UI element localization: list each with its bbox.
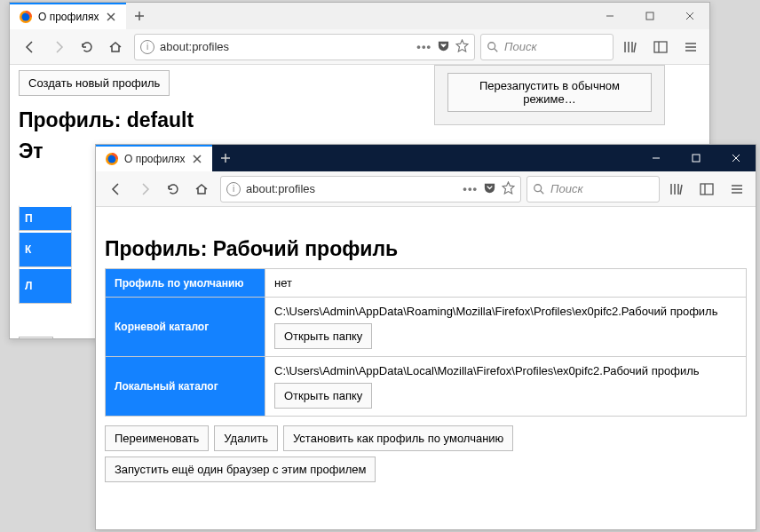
table-row: Профиль по умолчанию нет — [106, 269, 747, 298]
toolbar: i about:profiles ••• Поиск — [10, 29, 709, 65]
svg-rect-7 — [693, 155, 700, 162]
browser-tab[interactable]: О профилях — [10, 3, 126, 29]
open-folder-button[interactable]: Открыть папку — [274, 383, 372, 409]
create-profile-button[interactable]: Создать новый профиль — [19, 70, 170, 96]
svg-point-3 — [488, 42, 495, 49]
rename-button[interactable]: Переименовать — [105, 425, 209, 451]
tab-close-icon[interactable] — [105, 11, 117, 23]
row-value: C:\Users\Admin\AppData\Roaming\Mozilla\F… — [265, 298, 747, 357]
profile-heading: Профиль: Рабочий профиль — [105, 237, 747, 261]
url-text: about:profiles — [246, 182, 457, 195]
search-placeholder: Поиск — [550, 182, 583, 195]
svg-rect-9 — [701, 184, 713, 195]
svg-rect-2 — [646, 12, 653, 20]
profile-actions: Переименовать Удалить Установить как про… — [105, 425, 747, 451]
partial-table: П К Л — [19, 205, 72, 304]
table-row: Локальный каталог C:\Users\Admin\AppData… — [106, 357, 747, 417]
page-actions-icon[interactable]: ••• — [463, 182, 478, 195]
table-row-label: К — [19, 231, 72, 267]
row-label: Локальный каталог — [106, 357, 265, 417]
tab-close-icon[interactable] — [191, 153, 203, 165]
forward-button[interactable] — [131, 176, 158, 202]
firefox-favicon-icon — [19, 10, 33, 24]
path-text: C:\Users\Admin\AppData\Local\Mozilla\Fir… — [274, 364, 737, 377]
titlebar: О профилях — [96, 145, 756, 171]
path-text: C:\Users\Admin\AppData\Roaming\Mozilla\F… — [274, 305, 737, 318]
firefox-favicon-icon — [105, 152, 119, 166]
menu-icon[interactable] — [725, 178, 748, 201]
search-icon — [533, 183, 545, 195]
partial-button[interactable]: Пе — [19, 337, 53, 338]
search-bar[interactable]: Поиск — [526, 176, 660, 202]
minimize-button[interactable] — [590, 3, 629, 29]
search-placeholder: Поиск — [504, 40, 537, 53]
window-controls — [636, 145, 756, 171]
profile-table: Профиль по умолчанию нет Корневой катало… — [105, 268, 747, 417]
new-tab-button[interactable] — [212, 145, 239, 171]
close-window-button[interactable] — [669, 3, 709, 29]
launch-profile-button[interactable]: Запустить ещё один браузер с этим профил… — [105, 457, 376, 482]
bookmark-star-icon[interactable] — [455, 39, 469, 55]
back-button[interactable] — [103, 176, 130, 202]
maximize-button[interactable] — [676, 145, 716, 171]
minimize-button[interactable] — [636, 145, 676, 171]
table-row-label: П — [19, 205, 72, 231]
svg-rect-4 — [654, 42, 667, 52]
info-icon[interactable]: i — [226, 182, 241, 196]
reload-button[interactable] — [160, 176, 186, 202]
back-button[interactable] — [17, 34, 44, 60]
new-tab-button[interactable] — [126, 3, 153, 29]
bookmark-star-icon[interactable] — [502, 181, 515, 197]
address-bar[interactable]: i about:profiles ••• — [134, 34, 475, 60]
sidebar-icon[interactable] — [695, 178, 718, 201]
pocket-icon[interactable] — [483, 181, 496, 197]
close-window-button[interactable] — [716, 145, 756, 171]
library-icon[interactable] — [619, 36, 642, 59]
toolbar: i about:profiles ••• Поиск — [96, 171, 756, 207]
home-button[interactable] — [102, 34, 129, 60]
open-folder-button[interactable]: Открыть папку — [274, 323, 372, 349]
tab-title: О профилях — [38, 11, 99, 23]
restart-normal-button[interactable]: Перезапустить в обычном режиме… — [447, 73, 652, 112]
pocket-icon[interactable] — [437, 39, 450, 55]
page-content: Профиль: Рабочий профиль Профиль по умол… — [96, 207, 756, 529]
page-actions-icon[interactable]: ••• — [416, 40, 431, 53]
search-icon — [487, 41, 499, 53]
titlebar: О профилях — [10, 3, 709, 29]
svg-point-8 — [534, 184, 542, 191]
table-row: Корневой каталог C:\Users\Admin\AppData\… — [106, 298, 747, 357]
menu-icon[interactable] — [679, 36, 702, 59]
row-label: Корневой каталог — [106, 298, 265, 357]
table-row-label: Л — [19, 267, 72, 304]
row-value: нет — [265, 269, 747, 298]
delete-button[interactable]: Удалить — [214, 425, 278, 451]
maximize-button[interactable] — [629, 3, 669, 29]
forward-button[interactable] — [45, 34, 72, 60]
url-text: about:profiles — [160, 40, 411, 53]
browser-tab[interactable]: О профилях — [96, 145, 212, 171]
reload-button[interactable] — [74, 34, 100, 60]
restart-box: Перезапустить в обычном режиме… — [434, 65, 665, 125]
row-value: C:\Users\Admin\AppData\Local\Mozilla\Fir… — [265, 357, 747, 417]
firefox-window-foreground: О профилях i about:profiles ••• — [95, 144, 756, 530]
home-button[interactable] — [188, 176, 215, 202]
search-bar[interactable]: Поиск — [480, 34, 614, 60]
set-default-button[interactable]: Установить как профиль по умолчанию — [283, 425, 513, 451]
address-bar[interactable]: i about:profiles ••• — [220, 176, 521, 202]
library-icon[interactable] — [665, 178, 688, 201]
info-icon[interactable]: i — [140, 40, 154, 54]
row-label: Профиль по умолчанию — [106, 269, 265, 298]
tab-title: О профилях — [124, 153, 186, 165]
window-controls — [590, 3, 709, 29]
sidebar-icon[interactable] — [649, 36, 672, 59]
